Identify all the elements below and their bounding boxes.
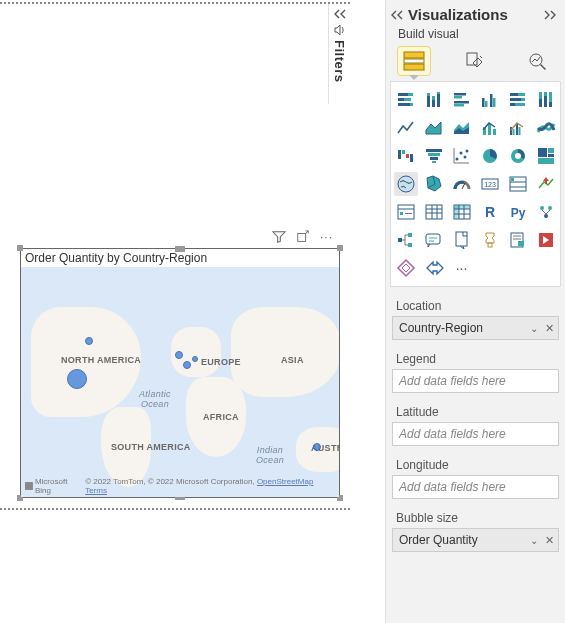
expand-filters-icon[interactable]: [333, 8, 347, 20]
svg-point-56: [463, 156, 466, 159]
field-pill-location[interactable]: Country-Region: [399, 321, 483, 335]
viz-type-line-stacked-column[interactable]: [478, 116, 502, 140]
terms-link[interactable]: Terms: [85, 486, 107, 495]
viz-type-hundred-stacked-column[interactable]: [534, 88, 558, 112]
viz-type-donut[interactable]: [506, 144, 530, 168]
field-pill-bubble-size[interactable]: Order Quantity: [399, 533, 478, 547]
resize-handle[interactable]: [337, 245, 343, 251]
well-label-bubble-size: Bubble size: [386, 509, 565, 528]
well-location[interactable]: Country-Region ⌄ ✕: [392, 316, 559, 340]
viz-type-more[interactable]: ···: [450, 256, 474, 280]
map-label-north-america: NORTH AMERICA: [61, 355, 141, 365]
data-bubble[interactable]: [192, 356, 198, 362]
more-options-icon[interactable]: ···: [320, 230, 334, 244]
svg-text:R: R: [484, 204, 494, 220]
viz-type-funnel[interactable]: [422, 144, 446, 168]
filter-icon[interactable]: [272, 230, 286, 244]
well-latitude[interactable]: Add data fields here: [392, 422, 559, 446]
viz-type-pie[interactable]: [478, 144, 502, 168]
svg-rect-2: [404, 52, 424, 58]
well-bubble-size[interactable]: Order Quantity ⌄ ✕: [392, 528, 559, 552]
svg-rect-12: [410, 103, 413, 106]
viz-type-python-visual[interactable]: Py: [506, 200, 530, 224]
viz-type-clustered-bar[interactable]: [450, 88, 474, 112]
viz-type-double-arrow[interactable]: [422, 256, 446, 280]
viz-type-waterfall[interactable]: [394, 144, 418, 168]
remove-field-icon[interactable]: ✕: [545, 322, 554, 335]
well-longitude[interactable]: Add data fields here: [392, 475, 559, 499]
data-bubble[interactable]: [183, 361, 191, 369]
map-body[interactable]: NORTH AMERICA SOUTH AMERICA EUROPE AFRIC…: [21, 267, 339, 497]
svg-rect-64: [538, 158, 554, 164]
chevron-down-icon[interactable]: ⌄: [530, 323, 538, 334]
viz-type-key-influencers[interactable]: [534, 200, 558, 224]
viz-type-line[interactable]: [394, 116, 418, 140]
svg-rect-94: [398, 238, 402, 242]
data-bubble[interactable]: [67, 369, 87, 389]
svg-rect-100: [456, 232, 467, 246]
viz-type-stacked-area[interactable]: [450, 116, 474, 140]
data-bubble[interactable]: [313, 443, 321, 451]
viz-type-narrative[interactable]: [506, 228, 530, 252]
viz-type-qna[interactable]: [422, 228, 446, 252]
data-bubble[interactable]: [175, 351, 183, 359]
viz-type-goals[interactable]: [478, 228, 502, 252]
focus-mode-icon[interactable]: [296, 230, 310, 244]
map-visual-container[interactable]: ··· Order Quantity by Country-Region NOR…: [20, 226, 340, 498]
well-label-location: Location: [386, 297, 565, 316]
viz-type-map[interactable]: [394, 172, 418, 196]
viz-type-gauge[interactable]: [450, 172, 474, 196]
viz-type-ribbon[interactable]: [534, 116, 558, 140]
svg-rect-32: [510, 103, 515, 106]
svg-rect-47: [402, 150, 405, 154]
viz-type-stacked-bar[interactable]: [394, 88, 418, 112]
svg-rect-11: [398, 103, 410, 106]
viz-type-hundred-stacked-bar[interactable]: [506, 88, 530, 112]
viz-type-diamond[interactable]: [394, 256, 418, 280]
viz-type-multi-row-card[interactable]: [506, 172, 530, 196]
map-copyright: © 2022 TomTom, © 2022 Microsoft Corporat…: [85, 477, 255, 486]
viz-type-decomposition-tree[interactable]: [394, 228, 418, 252]
viz-type-kpi[interactable]: [534, 172, 558, 196]
viz-type-treemap[interactable]: [534, 144, 558, 168]
tab-analytics[interactable]: [522, 47, 554, 75]
collapse-panel-right-icon[interactable]: [543, 9, 557, 21]
chevron-down-icon[interactable]: ⌄: [530, 535, 538, 546]
osm-link[interactable]: OpenStreetMap: [257, 477, 313, 486]
svg-rect-51: [428, 153, 440, 156]
report-canvas[interactable]: ··· Order Quantity by Country-Region NOR…: [0, 0, 350, 623]
tab-format-visual[interactable]: [460, 47, 492, 75]
viz-type-table[interactable]: [422, 200, 446, 224]
map-visual[interactable]: Order Quantity by Country-Region NORTH A…: [20, 248, 340, 498]
remove-field-icon[interactable]: ✕: [545, 534, 554, 547]
svg-point-55: [459, 152, 462, 155]
svg-rect-13: [427, 96, 430, 107]
resize-handle[interactable]: [175, 246, 185, 252]
viz-type-clustered-column[interactable]: [478, 88, 502, 112]
speaker-icon[interactable]: [333, 24, 347, 36]
viz-type-r-visual[interactable]: R: [478, 200, 502, 224]
tab-build-visual[interactable]: [398, 47, 430, 75]
viz-type-slicer[interactable]: [394, 200, 418, 224]
data-bubble[interactable]: [85, 337, 93, 345]
viz-type-line-clustered-column[interactable]: [506, 116, 530, 140]
viz-type-filled-map[interactable]: [422, 172, 446, 196]
svg-rect-43: [512, 129, 514, 135]
viz-type-card[interactable]: 123: [478, 172, 502, 196]
well-label-latitude: Latitude: [386, 403, 565, 422]
well-legend[interactable]: Add data fields here: [392, 369, 559, 393]
svg-rect-18: [437, 92, 440, 94]
svg-rect-23: [482, 98, 485, 107]
svg-rect-61: [538, 148, 547, 157]
viz-type-paginated[interactable]: [450, 228, 474, 252]
svg-rect-41: [493, 129, 496, 135]
viz-type-matrix[interactable]: [450, 200, 474, 224]
viz-type-power-apps[interactable]: [534, 228, 558, 252]
resize-handle[interactable]: [17, 245, 23, 251]
viz-type-stacked-column[interactable]: [422, 88, 446, 112]
filters-pane-collapsed[interactable]: Filters: [328, 4, 350, 104]
svg-rect-3: [404, 59, 424, 63]
viz-type-area[interactable]: [422, 116, 446, 140]
collapse-panel-left-icon[interactable]: [390, 9, 404, 21]
viz-type-scatter[interactable]: [450, 144, 474, 168]
